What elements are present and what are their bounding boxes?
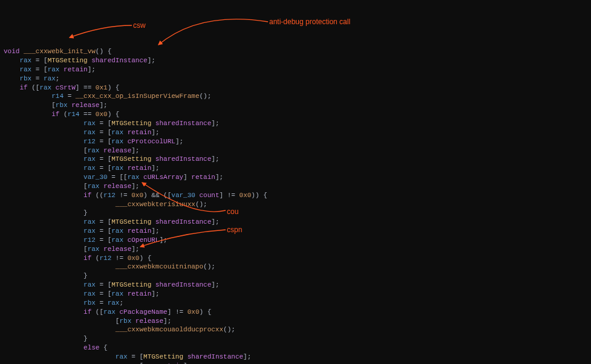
code-block: void ___cxxwebk_init_vw() { rax = [MTGSe… <box>4 38 587 364</box>
antidebug-call: __cxx_cxx_op_isInSuperViewFrame <box>76 93 200 100</box>
annotation-csw: csw <box>133 21 146 30</box>
function-name: ___cxxwebk_init_vw <box>24 48 96 55</box>
annotation-cspn: cspn <box>227 225 242 235</box>
keyword-void: void <box>4 48 19 55</box>
copenurl-selector: cOpenURL <box>123 236 159 244</box>
cpackagename-selector: cPackageName <box>116 308 168 316</box>
csrtw-selector: cSrtW <box>51 84 76 91</box>
annotation-antidebug: anti-debug protection call <box>269 17 350 27</box>
annotation-cou: cou <box>227 207 238 216</box>
